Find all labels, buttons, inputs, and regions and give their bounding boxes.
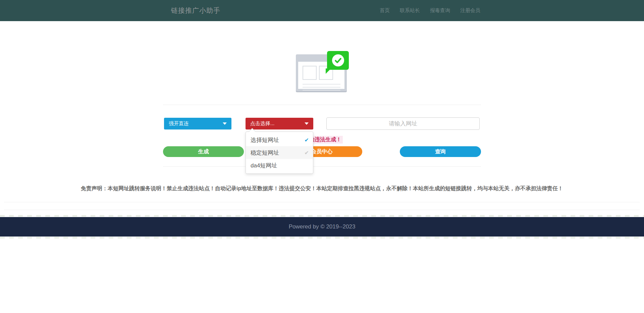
footer: Powered by © 2019--2023 [0, 217, 644, 237]
menu-option-stable-short-url[interactable]: 稳定短网址 ✔ [246, 146, 313, 159]
url-input[interactable] [326, 117, 480, 130]
browser-text-line [303, 90, 340, 91]
check-circle-icon [332, 54, 344, 66]
generate-button[interactable]: 生成 [163, 146, 244, 157]
page: 链接推广小助手 首页 联系站长 报毒查询 注册会员 [0, 0, 644, 313]
divider [4, 210, 640, 210]
short-url-type-select[interactable]: 点击选择... [246, 118, 313, 129]
top-navbar: 链接推广小助手 首页 联系站长 报毒查询 注册会员 [0, 0, 644, 21]
check-icon [334, 56, 342, 64]
success-check-badge [327, 51, 349, 70]
short-url-type-select-label: 点击选择... [250, 120, 275, 127]
nav-item-contact[interactable]: 联系站长 [400, 7, 420, 14]
menu-option-label: 稳定短网址 [251, 149, 279, 157]
nav-item-register[interactable]: 注册会员 [460, 7, 480, 14]
divider [4, 202, 640, 202]
badge-tail [326, 68, 331, 74]
nav-links: 首页 联系站长 报毒查询 注册会员 [380, 7, 481, 14]
divider [163, 105, 481, 105]
nav-item-virus-check[interactable]: 报毒查询 [430, 7, 450, 14]
short-url-dropdown-menu: 选择短网址 ✔ 稳定短网址 ✔ da4短网址 [246, 132, 313, 174]
navbar-container: 链接推广小助手 首页 联系站长 报毒查询 注册会员 [163, 0, 481, 21]
footer-copyright: Powered by © 2019--2023 [289, 223, 356, 230]
query-button[interactable]: 查询 [400, 146, 481, 157]
direct-link-select-label: 强开直连 [169, 120, 189, 127]
dashed-decoration [0, 215, 644, 217]
check-icon: ✔ [305, 150, 309, 156]
browser-text-line [303, 84, 340, 85]
browser-text-line [303, 87, 340, 88]
site-brand[interactable]: 链接推广小助手 [163, 6, 220, 15]
nav-item-home[interactable]: 首页 [380, 7, 390, 14]
menu-option-label: 选择短网址 [251, 136, 279, 144]
chevron-down-icon [305, 122, 309, 125]
dashed-decoration [0, 237, 644, 239]
browser-thumb-box [303, 66, 317, 80]
divider [163, 166, 481, 167]
menu-option-da4-short-url[interactable]: da4短网址 [246, 159, 313, 172]
hero-illustration [296, 54, 347, 91]
menu-option-label: da4短网址 [251, 162, 277, 169]
direct-link-select[interactable]: 强开直连 [164, 118, 231, 129]
chevron-down-icon [223, 122, 227, 125]
check-icon: ✔ [305, 137, 309, 143]
menu-option-select-short-url[interactable]: 选择短网址 ✔ [246, 134, 313, 146]
disclaimer-text: 免责声明：本短网址跳转服务说明！禁止生成违法站点！自动记录ip地址至数据库！违法… [0, 185, 644, 192]
